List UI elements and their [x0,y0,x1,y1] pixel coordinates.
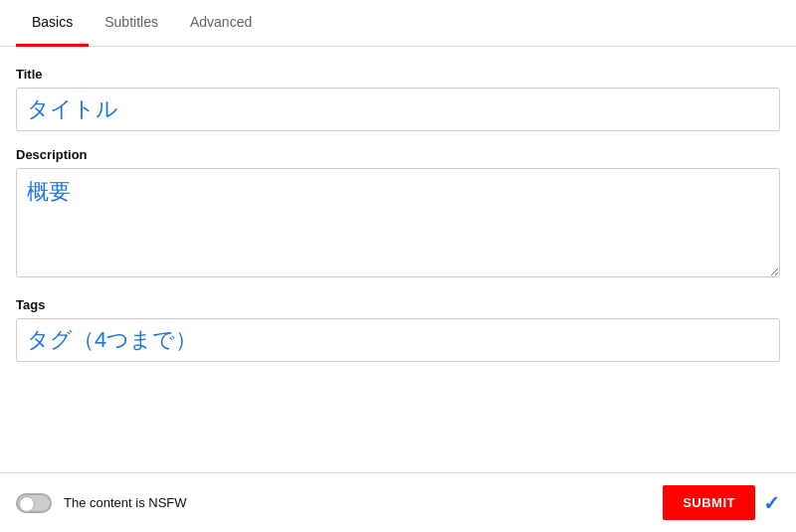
description-field-group: Description [16,147,780,281]
tab-subtitles[interactable]: Subtitles [89,0,174,47]
title-input[interactable] [16,88,780,131]
main-content: Title Description Tags [0,47,796,398]
title-field-group: Title [16,67,780,131]
tab-bar: Basics Subtitles Advanced [0,0,796,47]
check-icon: ✓ [763,491,780,515]
footer-bar: The content is NSFW SUBMIT ✓ [0,472,796,532]
tags-input[interactable] [16,318,780,362]
submit-section: SUBMIT ✓ [663,485,780,520]
submit-button[interactable]: SUBMIT [663,485,755,520]
nsfw-section: The content is NSFW [16,493,187,513]
nsfw-toggle[interactable] [16,493,52,513]
nsfw-label: The content is NSFW [64,495,187,510]
description-label: Description [16,147,780,162]
tags-field-group: Tags [16,297,780,362]
tags-label: Tags [16,297,780,312]
description-input[interactable] [16,168,780,277]
tab-basics[interactable]: Basics [16,0,89,47]
title-label: Title [16,67,780,82]
tab-advanced[interactable]: Advanced [174,0,268,47]
